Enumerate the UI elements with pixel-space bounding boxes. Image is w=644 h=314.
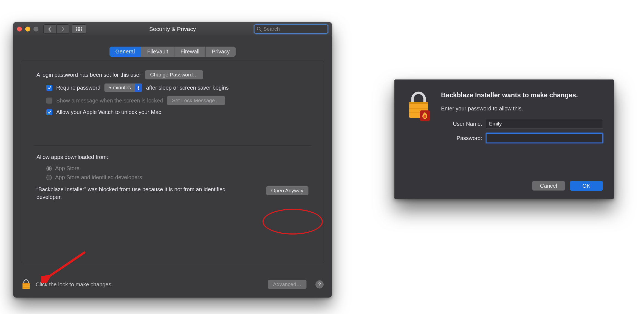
auth-lock-icon — [405, 91, 432, 147]
svg-rect-9 — [78, 30, 79, 31]
window-footer: Click the lock to make changes. Advanced… — [13, 279, 332, 298]
lock-icon[interactable] — [21, 279, 31, 290]
username-input[interactable] — [486, 119, 603, 129]
svg-rect-15 — [22, 283, 30, 284]
svg-rect-16 — [22, 286, 30, 286]
close-window-button[interactable] — [17, 27, 22, 32]
svg-point-12 — [257, 27, 260, 30]
general-panel: A login password has been set for this u… — [21, 61, 324, 263]
svg-rect-5 — [78, 28, 79, 30]
auth-dialog: Backblaze Installer wants to make change… — [394, 79, 614, 199]
svg-rect-0 — [76, 27, 77, 28]
show-all-button[interactable] — [72, 24, 86, 34]
svg-rect-17 — [22, 287, 30, 288]
search-field-wrapper[interactable] — [254, 24, 328, 34]
require-password-checkbox[interactable] — [46, 85, 52, 91]
radio-identified-developers — [46, 175, 52, 180]
allow-apps-heading: Allow apps downloaded from: — [36, 154, 309, 160]
auth-title: Backblaze Installer wants to make change… — [441, 91, 603, 99]
username-label: User Name: — [441, 121, 482, 127]
tab-bar: General FileVault Firewall Privacy — [13, 36, 332, 57]
change-password-button[interactable]: Change Password… — [145, 70, 203, 79]
help-button[interactable]: ? — [315, 280, 324, 289]
advanced-button[interactable]: Advanced… — [268, 280, 307, 289]
tab-firewall[interactable]: Firewall — [174, 47, 206, 57]
auth-subtitle: Enter your password to allow this. — [441, 105, 603, 112]
svg-rect-3 — [81, 27, 82, 28]
blocked-app-text: “Backblaze Installer” was blocked from u… — [36, 185, 234, 201]
require-password-delay-value: 5 minutes — [104, 85, 135, 91]
svg-rect-6 — [79, 28, 80, 30]
svg-rect-11 — [81, 30, 82, 31]
tab-filevault[interactable]: FileVault — [141, 47, 174, 57]
set-lock-message-button: Set Lock Message… — [167, 96, 225, 105]
applewatch-unlock-label: Allow your Apple Watch to unlock your Ma… — [56, 109, 161, 115]
search-input[interactable] — [263, 26, 328, 32]
panel-divider — [34, 145, 311, 146]
require-password-label: Require password — [56, 85, 100, 91]
svg-rect-8 — [76, 30, 77, 31]
password-label: Password: — [441, 135, 482, 141]
show-lock-message-label: Show a message when the screen is locked — [56, 98, 163, 104]
lock-hint-text: Click the lock to make changes. — [36, 281, 113, 288]
tab-privacy[interactable]: Privacy — [206, 47, 236, 57]
annotation-circle-open-anyway — [262, 209, 323, 235]
radio-identified-developers-label: App Store and identified developers — [55, 174, 142, 181]
radio-app-store-label: App Store — [55, 165, 80, 172]
svg-rect-2 — [79, 27, 80, 28]
search-icon — [257, 27, 262, 32]
svg-rect-21 — [409, 108, 428, 109]
svg-rect-4 — [76, 28, 77, 30]
zoom-window-button — [33, 27, 38, 32]
security-privacy-window: Security & Privacy General FileVault Fir… — [13, 22, 332, 298]
minimize-window-button[interactable] — [25, 27, 30, 32]
stepper-arrows-icon: ▲▼ — [135, 84, 142, 92]
svg-rect-20 — [409, 102, 428, 104]
svg-rect-10 — [79, 30, 80, 31]
applewatch-unlock-checkbox[interactable] — [46, 109, 52, 115]
after-sleep-text: after sleep or screen saver begins — [146, 85, 229, 91]
open-anyway-button[interactable]: Open Anyway — [266, 186, 309, 195]
svg-line-13 — [260, 30, 261, 31]
ok-button[interactable]: OK — [570, 181, 603, 191]
nav-buttons — [43, 24, 69, 34]
password-input[interactable] — [486, 133, 603, 143]
radio-app-store — [46, 166, 52, 171]
require-password-delay-select[interactable]: 5 minutes ▲▼ — [104, 83, 142, 92]
login-password-text: A login password has been set for this u… — [36, 72, 141, 78]
forward-button[interactable] — [57, 24, 69, 34]
cancel-button[interactable]: Cancel — [532, 181, 565, 191]
svg-rect-7 — [81, 28, 82, 30]
show-lock-message-checkbox — [46, 98, 52, 104]
window-controls — [17, 27, 38, 32]
tab-general[interactable]: General — [109, 47, 141, 57]
svg-rect-1 — [78, 27, 79, 28]
titlebar: Security & Privacy — [13, 22, 332, 36]
back-button[interactable] — [43, 24, 56, 34]
